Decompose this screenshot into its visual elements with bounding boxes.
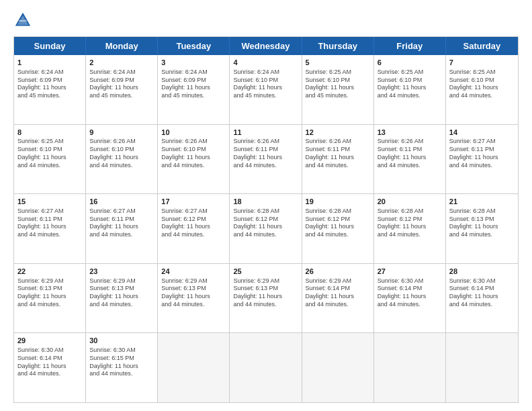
day-cell-26: 26Sunrise: 6:29 AMSunset: 6:14 PMDayligh… <box>302 264 374 333</box>
page: SundayMondayTuesdayWednesdayThursdayFrid… <box>0 0 532 411</box>
day-number: 24 <box>161 267 226 277</box>
day-cell-20: 20Sunrise: 6:28 AMSunset: 6:12 PMDayligh… <box>374 194 446 263</box>
day-number: 18 <box>233 197 298 207</box>
day-cell-30: 30Sunrise: 6:30 AMSunset: 6:15 PMDayligh… <box>86 333 158 402</box>
cell-info: Sunrise: 6:25 AMSunset: 6:10 PMDaylight:… <box>17 138 82 169</box>
weekday-header-saturday: Saturday <box>446 37 518 55</box>
day-number: 15 <box>17 197 82 207</box>
day-number: 3 <box>161 58 226 68</box>
day-cell-19: 19Sunrise: 6:28 AMSunset: 6:12 PMDayligh… <box>302 194 374 263</box>
header <box>13 11 519 30</box>
weekday-header-tuesday: Tuesday <box>158 37 230 55</box>
calendar-row-4: 22Sunrise: 6:29 AMSunset: 6:13 PMDayligh… <box>14 263 518 333</box>
day-cell-9: 9Sunrise: 6:26 AMSunset: 6:10 PMDaylight… <box>86 125 158 194</box>
day-cell-22: 22Sunrise: 6:29 AMSunset: 6:13 PMDayligh… <box>14 264 86 333</box>
day-number: 9 <box>89 128 154 138</box>
day-cell-18: 18Sunrise: 6:28 AMSunset: 6:12 PMDayligh… <box>230 194 302 263</box>
empty-cell-4-3 <box>230 333 302 402</box>
day-cell-7: 7Sunrise: 6:25 AMSunset: 6:10 PMDaylight… <box>446 55 518 124</box>
cell-info: Sunrise: 6:26 AMSunset: 6:10 PMDaylight:… <box>161 138 226 169</box>
day-cell-10: 10Sunrise: 6:26 AMSunset: 6:10 PMDayligh… <box>158 125 230 194</box>
weekday-header-friday: Friday <box>374 37 446 55</box>
weekday-header-wednesday: Wednesday <box>230 37 302 55</box>
empty-cell-4-6 <box>446 333 518 402</box>
cell-info: Sunrise: 6:30 AMSunset: 6:15 PMDaylight:… <box>89 347 154 378</box>
empty-cell-4-5 <box>374 333 446 402</box>
day-cell-23: 23Sunrise: 6:29 AMSunset: 6:13 PMDayligh… <box>86 264 158 333</box>
day-cell-12: 12Sunrise: 6:26 AMSunset: 6:11 PMDayligh… <box>302 125 374 194</box>
cell-info: Sunrise: 6:29 AMSunset: 6:13 PMDaylight:… <box>233 277 298 309</box>
day-cell-24: 24Sunrise: 6:29 AMSunset: 6:13 PMDayligh… <box>158 264 230 333</box>
day-number: 21 <box>449 197 515 207</box>
cell-info: Sunrise: 6:24 AMSunset: 6:09 PMDaylight:… <box>17 68 82 100</box>
cell-info: Sunrise: 6:28 AMSunset: 6:12 PMDaylight:… <box>306 208 370 239</box>
cell-info: Sunrise: 6:25 AMSunset: 6:10 PMDaylight:… <box>378 68 442 100</box>
calendar-header: SundayMondayTuesdayWednesdayThursdayFrid… <box>14 37 518 55</box>
day-number: 29 <box>17 336 82 346</box>
day-number: 22 <box>17 267 82 277</box>
calendar-body: 1Sunrise: 6:24 AMSunset: 6:09 PMDaylight… <box>14 55 518 402</box>
cell-info: Sunrise: 6:28 AMSunset: 6:12 PMDaylight:… <box>378 208 442 239</box>
cell-info: Sunrise: 6:24 AMSunset: 6:09 PMDaylight:… <box>89 68 154 100</box>
cell-info: Sunrise: 6:26 AMSunset: 6:11 PMDaylight:… <box>378 138 442 169</box>
cell-info: Sunrise: 6:26 AMSunset: 6:11 PMDaylight:… <box>233 138 298 169</box>
day-number: 8 <box>17 128 82 138</box>
cell-info: Sunrise: 6:25 AMSunset: 6:10 PMDaylight:… <box>306 68 370 100</box>
cell-info: Sunrise: 6:24 AMSunset: 6:10 PMDaylight:… <box>233 68 298 100</box>
day-number: 27 <box>378 267 442 277</box>
cell-info: Sunrise: 6:30 AMSunset: 6:14 PMDaylight:… <box>17 347 82 378</box>
cell-info: Sunrise: 6:29 AMSunset: 6:13 PMDaylight:… <box>161 277 226 309</box>
cell-info: Sunrise: 6:26 AMSunset: 6:10 PMDaylight:… <box>89 138 154 169</box>
cell-info: Sunrise: 6:28 AMSunset: 6:12 PMDaylight:… <box>233 208 298 239</box>
day-number: 1 <box>17 58 82 68</box>
day-number: 19 <box>306 197 370 207</box>
empty-cell-4-4 <box>302 333 374 402</box>
day-number: 20 <box>378 197 442 207</box>
day-number: 5 <box>306 58 370 68</box>
day-cell-3: 3Sunrise: 6:24 AMSunset: 6:09 PMDaylight… <box>158 55 230 124</box>
cell-info: Sunrise: 6:29 AMSunset: 6:13 PMDaylight:… <box>89 277 154 309</box>
calendar-row-3: 15Sunrise: 6:27 AMSunset: 6:11 PMDayligh… <box>14 193 518 263</box>
day-number: 6 <box>378 58 442 68</box>
day-cell-16: 16Sunrise: 6:27 AMSunset: 6:11 PMDayligh… <box>86 194 158 263</box>
cell-info: Sunrise: 6:30 AMSunset: 6:14 PMDaylight:… <box>449 277 515 309</box>
day-cell-2: 2Sunrise: 6:24 AMSunset: 6:09 PMDaylight… <box>86 55 158 124</box>
day-number: 4 <box>233 58 298 68</box>
day-cell-21: 21Sunrise: 6:28 AMSunset: 6:13 PMDayligh… <box>446 194 518 263</box>
day-cell-25: 25Sunrise: 6:29 AMSunset: 6:13 PMDayligh… <box>230 264 302 333</box>
cell-info: Sunrise: 6:26 AMSunset: 6:11 PMDaylight:… <box>306 138 370 169</box>
cell-info: Sunrise: 6:24 AMSunset: 6:09 PMDaylight:… <box>161 68 226 100</box>
day-cell-8: 8Sunrise: 6:25 AMSunset: 6:10 PMDaylight… <box>14 125 86 194</box>
cell-info: Sunrise: 6:25 AMSunset: 6:10 PMDaylight:… <box>449 68 515 100</box>
cell-info: Sunrise: 6:28 AMSunset: 6:13 PMDaylight:… <box>449 208 515 239</box>
cell-info: Sunrise: 6:30 AMSunset: 6:14 PMDaylight:… <box>378 277 442 309</box>
day-cell-28: 28Sunrise: 6:30 AMSunset: 6:14 PMDayligh… <box>446 264 518 333</box>
day-cell-1: 1Sunrise: 6:24 AMSunset: 6:09 PMDaylight… <box>14 55 86 124</box>
cell-info: Sunrise: 6:27 AMSunset: 6:11 PMDaylight:… <box>449 138 515 169</box>
cell-info: Sunrise: 6:29 AMSunset: 6:14 PMDaylight:… <box>306 277 370 309</box>
weekday-header-thursday: Thursday <box>302 37 374 55</box>
calendar: SundayMondayTuesdayWednesdayThursdayFrid… <box>13 36 519 403</box>
day-number: 2 <box>89 58 154 68</box>
calendar-row-2: 8Sunrise: 6:25 AMSunset: 6:10 PMDaylight… <box>14 124 518 194</box>
calendar-row-1: 1Sunrise: 6:24 AMSunset: 6:09 PMDaylight… <box>14 55 518 124</box>
day-number: 16 <box>89 197 154 207</box>
day-cell-29: 29Sunrise: 6:30 AMSunset: 6:14 PMDayligh… <box>14 333 86 402</box>
cell-info: Sunrise: 6:29 AMSunset: 6:13 PMDaylight:… <box>17 277 82 309</box>
logo-icon <box>13 11 32 30</box>
day-number: 12 <box>306 128 370 138</box>
empty-cell-4-2 <box>158 333 230 402</box>
day-number: 23 <box>89 267 154 277</box>
day-cell-13: 13Sunrise: 6:26 AMSunset: 6:11 PMDayligh… <box>374 125 446 194</box>
day-cell-5: 5Sunrise: 6:25 AMSunset: 6:10 PMDaylight… <box>302 55 374 124</box>
day-number: 25 <box>233 267 298 277</box>
day-cell-27: 27Sunrise: 6:30 AMSunset: 6:14 PMDayligh… <box>374 264 446 333</box>
day-number: 26 <box>306 267 370 277</box>
day-number: 11 <box>233 128 298 138</box>
day-cell-6: 6Sunrise: 6:25 AMSunset: 6:10 PMDaylight… <box>374 55 446 124</box>
day-number: 7 <box>449 58 515 68</box>
day-number: 28 <box>449 267 515 277</box>
day-cell-15: 15Sunrise: 6:27 AMSunset: 6:11 PMDayligh… <box>14 194 86 263</box>
day-number: 13 <box>378 128 442 138</box>
day-number: 14 <box>449 128 515 138</box>
